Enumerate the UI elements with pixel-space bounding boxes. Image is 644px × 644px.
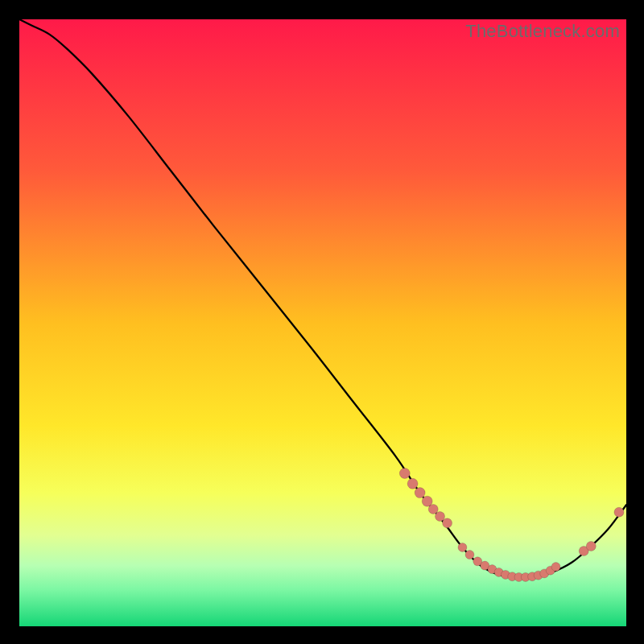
data-point (428, 504, 438, 514)
chart-container: TheBottleneck.com (0, 0, 644, 644)
gradient-background (19, 19, 626, 626)
watermark-label: TheBottleneck.com (465, 21, 620, 42)
data-point (614, 507, 624, 517)
chart-svg (19, 19, 626, 626)
data-point (551, 563, 560, 572)
data-point (399, 468, 410, 478)
data-point (443, 518, 452, 528)
data-point (436, 512, 445, 522)
plot-area: TheBottleneck.com (19, 19, 626, 626)
data-point (415, 488, 425, 498)
data-point (586, 541, 596, 551)
data-point (465, 551, 474, 559)
data-point (458, 543, 467, 551)
data-point (407, 478, 418, 489)
